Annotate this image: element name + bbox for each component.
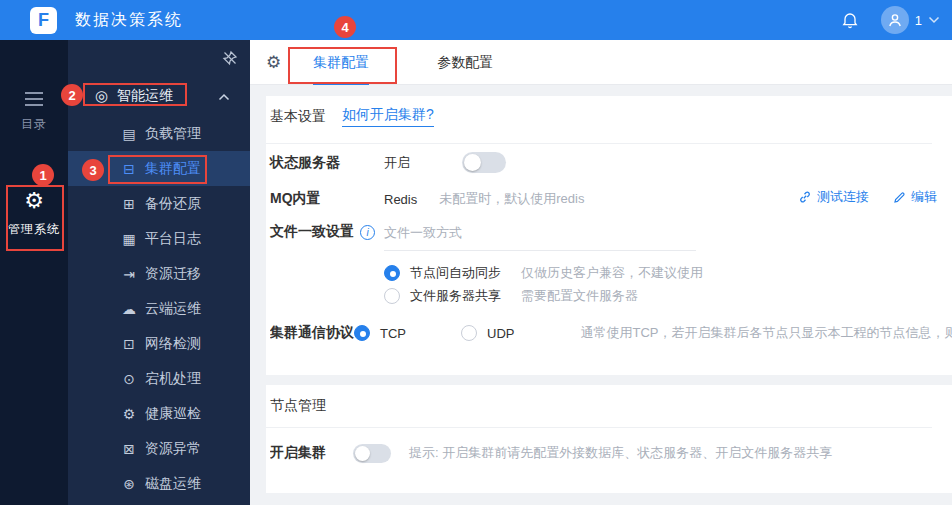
user-count: 1 [915,13,922,28]
radio-udp[interactable] [461,325,477,341]
catalog-menu-icon [25,92,43,94]
radio-tcp-label: TCP [380,326,406,341]
chevron-up-icon[interactable] [218,87,230,105]
logo-letter: F [38,10,49,31]
main-content: ⚙ 集群配置 参数配置 基本设置 如何开启集群? 状态服务器 开启 MQ内置 R… [250,40,952,505]
sidebar-item-label: 管理系统 [0,221,68,238]
resource-migration-icon: ⇥ [120,266,138,282]
divider [266,143,932,144]
mq-value: Redis [384,192,417,207]
section-title-basic: 基本设置 [270,108,326,126]
enable-cluster-hint: 提示: 开启集群前请先配置外接数据库、状态服务器、开启文件服务器共享 [409,444,832,462]
status-server-toggle[interactable] [462,152,506,173]
radio-file-server-share-note: 需要配置文件服务器 [521,287,638,305]
tab-parameter-config[interactable]: 参数配置 [437,40,493,85]
submenu-item-health-inspection[interactable]: ⚙健康巡检 [68,396,250,431]
secondary-sidebar: ◎ 智能运维 ▤负载管理 ⊟集群配置 ⊞备份还原 ▦平台日志 ⇥资源迁移 ☁云端… [68,40,250,505]
primary-sidebar: 目录 ⚙ 管理系统 [0,40,68,505]
section-title-nodes: 节点管理 [270,397,326,415]
radio-auto-sync[interactable] [384,265,400,281]
annotation-badge-1: 1 [32,164,54,186]
file-consistency-label: 文件一致设置 [270,223,354,241]
how-to-enable-cluster-link[interactable]: 如何开启集群? [342,106,434,127]
radio-udp-label: UDP [487,326,514,341]
radio-tcp[interactable] [354,325,370,341]
topbar-actions: 1 [841,0,940,40]
node-management-panel: 节点管理 开启集群 提示: 开启集群前请先配置外接数据库、状态服务器、开启文件服… [266,385,952,493]
downtime-handling-icon: ⊙ [120,371,138,387]
enable-cluster-label: 开启集群 [270,444,353,462]
radio-auto-sync-label: 节点间自动同步 [410,264,501,282]
sidebar-item-label: 目录 [0,116,68,133]
annotation-badge-2: 2 [61,84,83,106]
submenu-item-backup-restore[interactable]: ⊞备份还原 [68,186,250,221]
divider [266,427,932,428]
mq-label: MQ内置 [270,190,384,208]
submenu-item-resource-migration[interactable]: ⇥资源迁移 [68,256,250,291]
tab-cluster-config[interactable]: 集群配置 [313,40,369,85]
backup-restore-icon: ⊞ [120,196,138,212]
submenu-item-network-detection[interactable]: ⊡网络检测 [68,326,250,361]
network-detection-icon: ⊡ [120,336,138,352]
user-avatar[interactable] [881,6,909,34]
resource-anomaly-icon: ⊠ [120,441,138,457]
gear-icon: ⚙ [24,188,44,213]
sidebar-item-admin-system[interactable]: ⚙ 管理系统 [0,190,68,238]
radio-file-server-share[interactable] [384,288,400,304]
annotation-badge-3: 3 [82,159,104,181]
mq-hint: 未配置时，默认使用redis [439,190,584,208]
radio-auto-sync-note: 仅做历史客户兼容，不建议使用 [521,264,703,282]
protocol-note: 通常使用TCP，若开启集群后各节点只显示本工程的节点信息，则请更换 [580,324,952,342]
notification-bell-icon[interactable] [841,11,859,29]
menu-group-label: 智能运维 [117,87,173,105]
submenu-item-platform-log[interactable]: ▦平台日志 [68,221,250,256]
settings-gear-icon[interactable]: ⚙ [266,54,281,71]
sidebar-item-catalog[interactable]: 目录 [0,80,68,133]
submenu-item-load-management[interactable]: ▤负载管理 [68,116,250,151]
top-bar: F 数据决策系统 1 [0,0,952,40]
info-icon[interactable]: i [360,225,375,240]
tab-bar: ⚙ 集群配置 参数配置 [250,40,952,85]
platform-log-icon: ▦ [120,231,138,247]
file-consistency-input[interactable]: 文件一致方式 [384,223,696,251]
status-server-value: 开启 [384,154,410,172]
link-icon [798,190,812,204]
submenu-item-downtime-handling[interactable]: ⊙宕机处理 [68,361,250,396]
load-management-icon: ▤ [120,126,138,142]
submenu-item-resource-anomaly[interactable]: ⊠资源异常 [68,431,250,466]
unpin-icon[interactable] [222,50,238,70]
test-connection-button[interactable]: 测试连接 [798,188,869,206]
submenu-item-disk-ops[interactable]: ⊛磁盘运维 [68,466,250,501]
app-logo[interactable]: F [30,7,57,34]
disk-ops-icon: ⊛ [120,476,138,492]
submenu-item-cloud-ops[interactable]: ☁云端运维 [68,291,250,326]
chevron-down-icon[interactable] [928,16,940,24]
radio-file-server-share-label: 文件服务器共享 [410,287,501,305]
pencil-icon [893,191,906,204]
file-consistency-placeholder: 文件一致方式 [384,225,462,240]
basic-settings-panel: 基本设置 如何开启集群? 状态服务器 开启 MQ内置 Redis 未配置时，默认… [266,96,952,375]
enable-cluster-toggle[interactable] [353,444,391,463]
menu-group-smart-ops[interactable]: ◎ 智能运维 [68,83,250,109]
smart-ops-icon: ◎ [95,87,108,105]
status-server-label: 状态服务器 [270,154,384,172]
protocol-label: 集群通信协议 [270,324,354,342]
app-title: 数据决策系统 [75,10,183,31]
annotation-badge-4: 4 [334,16,356,38]
mq-actions: 测试连接 编辑 [798,188,937,206]
cluster-config-icon: ⊟ [120,161,138,177]
edit-button[interactable]: 编辑 [893,188,937,206]
cloud-ops-icon: ☁ [120,301,138,317]
health-inspection-icon: ⚙ [120,406,138,422]
